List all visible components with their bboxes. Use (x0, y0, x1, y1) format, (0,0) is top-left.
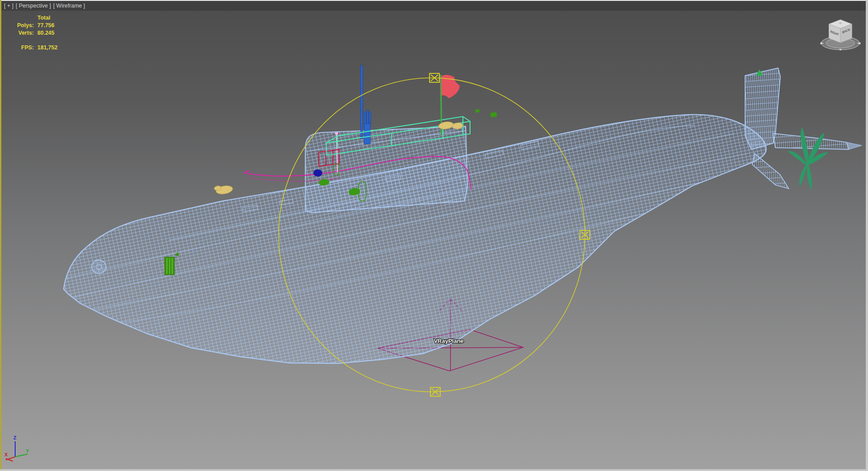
active-viewport-highlight-border (0, 0, 1, 471)
stats-polys-label: Polys: (9, 22, 34, 29)
stats-total-header: Total (37, 14, 57, 22)
3d-viewport[interactable]: VRayPlane Z X Y RIGHT BACK [ + ] [ Persp… (0, 0, 868, 471)
viewport-bottom-edge (0, 469, 868, 471)
stern-skeg[interactable] (752, 153, 789, 189)
viewport-pov-menu[interactable]: [ Perspective ] (16, 3, 51, 9)
viewport-right-edge (866, 0, 868, 471)
navy-equipment-blob[interactable] (313, 169, 322, 177)
stats-polys-value: 77.756 (37, 22, 57, 29)
axis-z-label: Z (13, 435, 16, 440)
viewport-canvas[interactable]: VRayPlane Z X Y RIGHT BACK (0, 0, 868, 471)
viewcube[interactable]: RIGHT BACK (820, 20, 860, 51)
stats-verts-row: Verts: 80.245 (9, 29, 57, 37)
stats-verts-label: Verts: (9, 29, 34, 37)
axis-x-label: X (4, 452, 8, 457)
stats-fps-label: FPS: (9, 44, 34, 52)
submarine-sail[interactable] (244, 65, 471, 213)
viewport-top-edge (0, 0, 868, 1)
axis-y-label: Y (26, 448, 29, 454)
axis-tripod: Z X Y (4, 435, 29, 461)
stats-fps-value: 181,752 (37, 44, 57, 52)
stats-verts-value: 80.245 (37, 29, 57, 37)
viewport-shading-menu[interactable]: [ Wireframe ] (53, 3, 85, 9)
deck-green-fittings[interactable] (475, 109, 497, 117)
stats-fps-row: FPS: 181,752 (9, 44, 57, 52)
object-name-label: VRayPlane (434, 338, 463, 344)
stats-header-row: Total (9, 14, 57, 22)
viewport-statistics: Total Polys: 77.756 Verts: 80.245 FPS: 1… (9, 14, 57, 52)
viewport-general-menu[interactable]: [ + ] (4, 3, 13, 9)
viewport-label-bar: [ + ] [ Perspective ] [ Wireframe ] (1, 1, 866, 11)
bow-sonar-eye (92, 260, 106, 274)
stats-polys-row: Polys: 77.756 (9, 22, 57, 29)
